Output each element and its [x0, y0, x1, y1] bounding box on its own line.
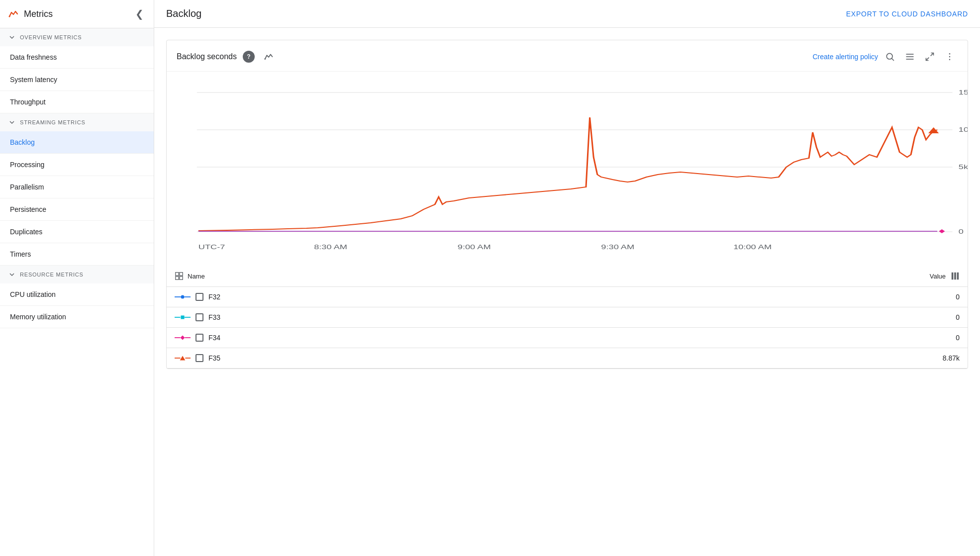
- svg-point-36: [181, 295, 184, 298]
- sidebar-item-throughput[interactable]: Throughput: [0, 91, 154, 113]
- main-content: Backlog EXPORT TO CLOUD DASHBOARD Backlo…: [154, 0, 980, 556]
- more-options-icon: [945, 52, 955, 62]
- row-name: F32: [208, 293, 220, 301]
- series-icon: [175, 313, 191, 321]
- sidebar-item-processing[interactable]: Processing: [0, 154, 154, 176]
- section-resource: RESOURCE METRICS CPU utilization Memory …: [0, 266, 154, 328]
- section-label-streaming: STREAMING METRICS: [20, 119, 86, 125]
- table-row: F32 0: [167, 287, 968, 307]
- metrics-logo-icon: [8, 8, 20, 20]
- chart-title: Backlog seconds: [177, 52, 237, 61]
- svg-line-3: [892, 59, 894, 61]
- page-title: Backlog: [166, 8, 201, 19]
- svg-marker-42: [181, 336, 185, 340]
- chevron-down-icon: [8, 271, 16, 278]
- svg-rect-28: [176, 273, 179, 276]
- chevron-down-icon: [8, 118, 16, 126]
- sidebar-item-parallelism[interactable]: Parallelism: [0, 176, 154, 198]
- series-icon: [175, 354, 191, 362]
- app-name: Metrics: [24, 9, 53, 19]
- svg-rect-34: [957, 273, 959, 279]
- chart-title-group: Backlog seconds ?: [177, 48, 278, 65]
- chart-toolbar: Backlog seconds ? Create alerting policy: [167, 40, 968, 72]
- sidebar-item-system-latency[interactable]: System latency: [0, 69, 154, 91]
- svg-text:10:00 AM: 10:00 AM: [733, 244, 772, 250]
- search-button[interactable]: [882, 49, 898, 65]
- sidebar-item-cpu-utilization[interactable]: CPU utilization: [0, 283, 154, 306]
- section-header-streaming[interactable]: STREAMING METRICS: [0, 113, 154, 131]
- more-options-button[interactable]: [942, 49, 958, 65]
- search-icon: [885, 52, 895, 62]
- svg-text:15k: 15k: [959, 89, 968, 95]
- svg-line-8: [926, 58, 929, 61]
- section-label-overview: OVERVIEW METRICS: [20, 34, 82, 40]
- section-label-resource: RESOURCE METRICS: [20, 272, 84, 278]
- svg-text:10k: 10k: [959, 126, 968, 133]
- fullscreen-button[interactable]: [922, 49, 938, 65]
- svg-text:5k: 5k: [959, 164, 968, 170]
- main-header: Backlog EXPORT TO CLOUD DASHBOARD: [154, 0, 980, 28]
- row-checkbox[interactable]: [196, 334, 203, 342]
- sidebar-collapse-button[interactable]: ❮: [133, 6, 146, 22]
- sidebar-item-backlog[interactable]: Backlog: [0, 131, 154, 154]
- table-row: F33 0: [167, 307, 968, 328]
- export-to-cloud-dashboard-button[interactable]: EXPORT TO CLOUD DASHBOARD: [846, 10, 968, 18]
- svg-marker-26: [939, 229, 945, 233]
- chart-container: Backlog seconds ? Create alerting policy: [154, 28, 980, 556]
- svg-rect-39: [181, 315, 184, 319]
- row-name: F33: [208, 313, 220, 321]
- table-row: F35 8.87k: [167, 348, 968, 369]
- chart-type-icon: [264, 51, 275, 62]
- fullscreen-icon: [925, 52, 935, 62]
- legend-value-header: Value: [626, 266, 968, 287]
- svg-point-1: [264, 58, 266, 60]
- legend-name-col-label: Name: [188, 273, 205, 280]
- legend-value-col-label: Value: [930, 273, 946, 280]
- legend-button[interactable]: [902, 49, 918, 65]
- chart-panel: Backlog seconds ? Create alerting policy: [166, 40, 968, 369]
- svg-line-7: [931, 53, 934, 56]
- section-overview: OVERVIEW METRICS Data freshness System l…: [0, 28, 154, 113]
- sidebar-item-duplicates[interactable]: Duplicates: [0, 221, 154, 243]
- svg-point-0: [9, 16, 10, 17]
- legend-table-header-row: Name Value: [167, 266, 968, 287]
- row-checkbox[interactable]: [196, 293, 203, 301]
- chevron-down-icon: [8, 33, 16, 41]
- grid-icon: [175, 272, 184, 280]
- sidebar-item-persistence[interactable]: Persistence: [0, 198, 154, 221]
- help-button[interactable]: ?: [243, 51, 255, 63]
- sidebar-header: Metrics ❮: [0, 0, 154, 28]
- sidebar-item-timers[interactable]: Timers: [0, 243, 154, 266]
- svg-rect-33: [954, 273, 956, 279]
- svg-text:UTC-7: UTC-7: [198, 244, 225, 250]
- section-header-resource[interactable]: RESOURCE METRICS: [0, 266, 154, 283]
- legend-row-value-cell: 0: [626, 287, 968, 307]
- svg-text:0: 0: [959, 228, 964, 235]
- sidebar-item-memory-utilization[interactable]: Memory utilization: [0, 306, 154, 328]
- svg-rect-30: [176, 277, 179, 279]
- sidebar: Metrics ❮ OVERVIEW METRICS Data freshnes…: [0, 0, 154, 556]
- legend-row-name-cell: F32: [167, 287, 626, 307]
- legend-name-header: Name: [167, 266, 626, 287]
- legend-row-value-cell: 8.87k: [626, 348, 968, 369]
- sidebar-item-data-freshness[interactable]: Data freshness: [0, 46, 154, 69]
- svg-text:9:00 AM: 9:00 AM: [458, 244, 491, 250]
- row-checkbox[interactable]: [196, 313, 203, 321]
- backlog-chart: 15k 10k 5k 0 UTC-7 8:30 AM 9:00 AM 9:30 …: [167, 78, 968, 262]
- svg-point-9: [949, 53, 951, 55]
- svg-text:8:30 AM: 8:30 AM: [314, 244, 347, 250]
- chart-svg-wrapper: 15k 10k 5k 0 UTC-7 8:30 AM 9:00 AM 9:30 …: [167, 72, 968, 262]
- metrics-icon-button[interactable]: [261, 48, 278, 65]
- legend-row-name-cell: F33: [167, 307, 626, 328]
- legend-icon: [905, 52, 915, 62]
- legend-row-value-cell: 0: [626, 307, 968, 328]
- row-name: F35: [208, 354, 220, 362]
- section-header-overview[interactable]: OVERVIEW METRICS: [0, 28, 154, 46]
- svg-point-10: [949, 56, 951, 58]
- legend-table: Name Value: [167, 266, 968, 369]
- svg-text:9:30 AM: 9:30 AM: [601, 244, 634, 250]
- row-checkbox[interactable]: [196, 354, 203, 362]
- svg-marker-45: [180, 356, 186, 361]
- svg-rect-29: [180, 273, 183, 276]
- create-alerting-policy-link[interactable]: Create alerting policy: [812, 53, 878, 61]
